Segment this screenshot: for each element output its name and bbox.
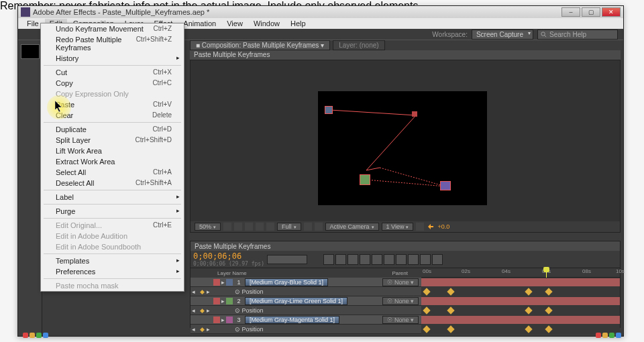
tab-layer[interactable]: Layer: (none) <box>333 40 384 50</box>
tl-btn-6[interactable] <box>384 254 394 265</box>
tl-btn-8[interactable] <box>408 254 419 265</box>
tool-column <box>18 40 42 336</box>
menu-item-edit-in-adobe-audition: Edit in Adobe Audition <box>41 231 184 241</box>
solid-color <box>226 298 233 304</box>
menu-item-deselect-all[interactable]: Deselect AllCtrl+Shift+A <box>41 178 184 188</box>
menu-item-paste-mocha-mask: Paste mocha mask <box>41 280 184 291</box>
tl-btn-9[interactable] <box>420 254 431 265</box>
composition-viewer[interactable]: 50% Full Active Camera 1 View +0.0 <box>190 60 621 233</box>
menu-item-edit-in-adobe-soundbooth: Edit in Adobe Soundbooth <box>41 241 184 252</box>
timecode-sub: 0;00;06;06 (29.97 fps) <box>193 261 264 267</box>
channel-icon[interactable] <box>266 223 274 231</box>
search-help-input[interactable]: Search Help <box>537 30 618 40</box>
label-color[interactable] <box>213 279 220 286</box>
menu-item-lift-work-area[interactable]: Lift Work Area <box>41 146 184 156</box>
menu-item-copy-expression-only: Copy Expression Only <box>41 89 184 99</box>
parent-dropdown[interactable]: ☉ None ▾ <box>382 297 419 305</box>
resolution-dropdown[interactable]: Full <box>277 223 301 231</box>
menu-item-history[interactable]: History <box>41 53 184 64</box>
time-icon[interactable] <box>245 223 253 231</box>
timeline-tab[interactable]: Paste Multiple Keyframes <box>191 241 620 251</box>
composition-canvas[interactable] <box>318 91 487 205</box>
solid-color <box>226 317 233 323</box>
camera-dropdown[interactable]: Active Camera <box>325 223 379 231</box>
tl-btn-7[interactable] <box>396 254 407 265</box>
layer-row-3[interactable]: ▸ 3 [Medium Gray-Magenta Solid 1] ☉ None… <box>191 315 620 325</box>
timeline-header: 0;00;06;06 0;00;06;06 (29.97 fps) <box>191 251 620 268</box>
tl-btn-3[interactable] <box>347 254 358 265</box>
menu-help[interactable]: Help <box>286 19 311 28</box>
fast-preview-icon[interactable] <box>427 223 435 231</box>
keypoint-4[interactable] <box>440 181 451 190</box>
menu-item-label[interactable]: Label <box>41 192 184 203</box>
minimize-button[interactable]: – <box>561 7 580 17</box>
snapshot-icon[interactable] <box>256 223 264 231</box>
timecode[interactable]: 0;00;06;06 <box>193 251 264 261</box>
project-thumb[interactable] <box>21 44 40 59</box>
menu-item-redo-paste-multiple-keyframes[interactable]: Redo Paste Multiple KeyframesCtrl+Shift+… <box>41 34 184 53</box>
grid-icon[interactable] <box>223 223 231 231</box>
maximize-button[interactable]: ▢ <box>582 7 600 17</box>
menu-item-undo-keyframe-movement[interactable]: Undo Keyframe MovementCtrl+Z <box>41 23 184 34</box>
roi-icon[interactable] <box>304 223 312 231</box>
menu-animation[interactable]: Animation <box>178 19 221 28</box>
tl-btn-1[interactable] <box>323 254 334 265</box>
keypoint-3[interactable] <box>360 174 370 185</box>
menu-item-templates[interactable]: Templates <box>41 255 184 266</box>
menu-view[interactable]: View <box>222 19 248 28</box>
workspace-label: Workspace: <box>432 31 468 38</box>
transparency-icon[interactable] <box>315 223 323 231</box>
mask-icon[interactable] <box>234 223 242 231</box>
menu-item-split-layer[interactable]: Split LayerCtrl+Shift+D <box>41 135 184 146</box>
keypoint-2[interactable] <box>412 111 417 117</box>
tl-btn-2[interactable] <box>335 254 346 265</box>
tl-btn-10[interactable] <box>432 254 443 265</box>
position-row-3[interactable]: ◂◆▸ ⊙ Position <box>191 325 620 334</box>
keypoint-1[interactable] <box>325 106 333 114</box>
timeline-column-header: Layer Name Parent <box>191 268 421 278</box>
layer-name[interactable]: [Medium Gray-Lime Green Solid 1] <box>245 297 347 305</box>
menu-item-duplicate[interactable]: DuplicateCtrl+D <box>41 124 184 135</box>
window-title: Adobe After Effects - Paste_Multiple_Key… <box>33 8 209 16</box>
label-color[interactable] <box>213 298 220 304</box>
layer-name[interactable]: [Medium Gray-Blue Solid 1] <box>245 278 328 286</box>
label-color[interactable] <box>213 317 220 323</box>
close-button[interactable]: ✕ <box>602 7 621 17</box>
position-row-2[interactable]: ◂◆▸ ⊙ Position <box>191 306 620 315</box>
layer-row-1[interactable]: ▸ 1 [Medium Gray-Blue Solid 1] ☉ None ▾ <box>191 278 620 287</box>
tl-btn-5[interactable] <box>372 254 382 265</box>
svg-line-6 <box>366 180 445 186</box>
layer-name[interactable]: [Medium Gray-Magenta Solid 1] <box>245 316 339 324</box>
menu-item-paste[interactable]: PasteCtrl+V <box>41 99 184 110</box>
menu-item-preferences[interactable]: Preferences <box>41 266 184 277</box>
parent-dropdown[interactable]: ☉ None ▾ <box>382 316 419 324</box>
corner-dots-left <box>23 333 48 338</box>
parent-dropdown[interactable]: ☉ None ▾ <box>382 278 419 286</box>
timeline-panel: Paste Multiple Keyframes 0;00;06;06 0;00… <box>190 241 621 328</box>
menu-window[interactable]: Window <box>249 19 284 28</box>
timeline-search[interactable] <box>267 255 307 264</box>
workspace-dropdown[interactable]: Screen Capture <box>472 30 533 40</box>
menu-item-select-all[interactable]: Select AllCtrl+A <box>41 167 184 178</box>
tl-btn-4[interactable] <box>360 254 370 265</box>
app-icon <box>21 7 30 17</box>
titlebar: Adobe After Effects - Paste_Multiple_Key… <box>18 6 623 18</box>
view-dropdown[interactable]: 1 View <box>382 223 414 231</box>
svg-line-2 <box>330 110 416 115</box>
layer-row-2[interactable]: ▸ 2 [Medium Gray-Lime Green Solid 1] ☉ N… <box>191 296 620 306</box>
menu-item-purge[interactable]: Purge <box>41 206 184 217</box>
zoom-dropdown[interactable]: 50% <box>195 223 221 231</box>
menu-item-cut[interactable]: CutCtrl+X <box>41 67 184 78</box>
menu-item-copy[interactable]: CopyCtrl+C <box>41 78 184 89</box>
tab-composition[interactable]: ■ Composition: Paste Multiple Keyframes … <box>190 40 330 50</box>
search-icon <box>541 32 547 38</box>
comp-breadcrumb: Paste Multiple Keyframes <box>190 50 621 60</box>
menu-item-extract-work-area[interactable]: Extract Work Area <box>41 156 184 167</box>
pixel-aspect-icon[interactable] <box>416 223 424 231</box>
svg-line-3 <box>366 115 416 170</box>
exposure-value[interactable]: +0.0 <box>437 223 449 230</box>
timeline-ruler[interactable]: 00s 02s 04s 06s 08s 10s <box>421 268 620 278</box>
position-row-1[interactable]: ◂◆▸ ⊙ Position <box>191 287 620 296</box>
menu-item-clear[interactable]: ClearDelete <box>41 110 184 121</box>
corner-dots-right <box>596 333 621 338</box>
